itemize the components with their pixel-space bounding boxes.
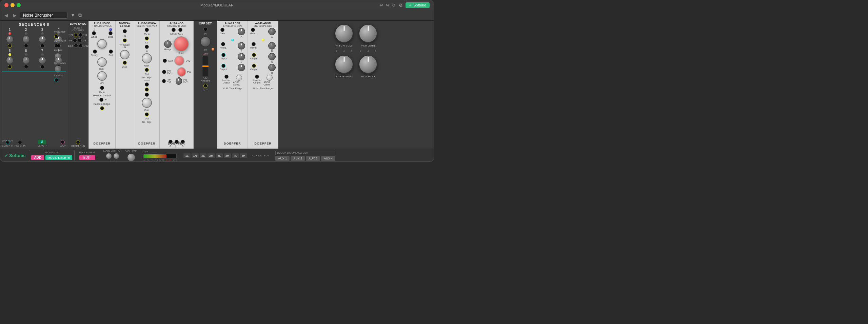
- a140-1-adsr-knob[interactable]: [236, 75, 242, 81]
- a140-2-output-2[interactable]: [252, 64, 256, 68]
- step-2-knob[interactable]: [22, 36, 30, 43]
- a140-2-output-1[interactable]: [252, 53, 256, 57]
- pw-knob[interactable]: [177, 67, 186, 77]
- pw-cv1-jack[interactable]: [162, 70, 166, 74]
- rate-1-8t-jack[interactable]: [78, 38, 82, 42]
- sync-jack[interactable]: [172, 28, 176, 32]
- step-5-knob[interactable]: [6, 57, 14, 64]
- rate-1-4-jack[interactable]: [79, 33, 83, 37]
- pitch-mod-knob[interactable]: [335, 55, 353, 74]
- pitch-vco-knob[interactable]: [335, 24, 353, 43]
- rate-1-1-jack[interactable]: [74, 33, 78, 37]
- minus-btn[interactable]: -: [97, 98, 98, 101]
- rc-jack[interactable]: [99, 98, 103, 102]
- a118-rate-knob[interactable]: [97, 57, 107, 67]
- a118-knob-1[interactable]: [97, 39, 107, 49]
- quantize-knob[interactable]: [54, 65, 62, 73]
- a132-in-1[interactable]: [145, 45, 149, 49]
- a132-cv-2[interactable]: [145, 88, 149, 92]
- step-1-jack[interactable]: [8, 44, 12, 48]
- move-delete-button[interactable]: MOVE/ DELETE: [45, 155, 72, 160]
- ch-2L[interactable]: 2L: [200, 153, 206, 158]
- a110-main-knob[interactable]: [174, 36, 189, 52]
- pw-cv2-jack[interactable]: [162, 79, 166, 83]
- rate-1-16-jack[interactable]: [74, 44, 78, 48]
- aux-1-button[interactable]: AUX 1: [275, 156, 290, 161]
- offset-slider[interactable]: [202, 56, 209, 76]
- close-button[interactable]: [4, 3, 8, 7]
- sh-knob[interactable]: [120, 50, 130, 59]
- preset-dropdown[interactable]: ▼: [70, 13, 76, 18]
- redo-icon[interactable]: ↪: [386, 3, 390, 8]
- ch-1L[interactable]: 1L: [183, 153, 190, 158]
- a140-1-output-1[interactable]: [221, 53, 225, 57]
- sh-trig-jack[interactable]: [123, 38, 127, 42]
- a140-1-inv-out[interactable]: [224, 75, 229, 79]
- ch-4L[interactable]: 4L: [232, 153, 239, 158]
- ch-1R[interactable]: 1R: [192, 153, 199, 158]
- a140-2-s-knob[interactable]: [268, 53, 276, 60]
- pw-cv2-knob[interactable]: [176, 77, 182, 85]
- step-3-jack[interactable]: [40, 44, 44, 48]
- offset-out-jack[interactable]: [203, 84, 208, 88]
- sh-in-jack[interactable]: [123, 29, 127, 33]
- a140-2-gate[interactable]: [251, 28, 255, 32]
- step-3-knob[interactable]: [39, 36, 46, 43]
- a132-out-2[interactable]: [145, 112, 149, 116]
- a132-out-1[interactable]: [145, 68, 149, 72]
- cv1-jack[interactable]: [178, 28, 182, 32]
- a140-1-d-knob[interactable]: [238, 42, 245, 50]
- softube-button[interactable]: ✓ Softube: [406, 2, 430, 8]
- refresh-icon[interactable]: ⟳: [392, 3, 396, 8]
- a132-cv-in-1[interactable]: [145, 28, 149, 32]
- a140-1-r-knob[interactable]: [238, 64, 245, 71]
- ch-3L[interactable]: 3L: [216, 153, 223, 158]
- a132-in-2[interactable]: [145, 93, 149, 97]
- ch-4R[interactable]: 4R: [240, 153, 247, 158]
- step-7-knob[interactable]: [39, 57, 46, 64]
- vca-gain-knob[interactable]: [359, 24, 377, 43]
- a132-gain-knob-2[interactable]: [142, 98, 152, 108]
- sh-out-jack[interactable]: [123, 61, 127, 65]
- a140-2-a-knob[interactable]: [268, 28, 276, 35]
- nav-forward[interactable]: ▶: [12, 12, 18, 19]
- plus-btn[interactable]: +: [105, 98, 106, 101]
- aux-2-button[interactable]: AUX 2: [291, 156, 305, 161]
- offset-in-jack[interactable]: [203, 27, 208, 31]
- reset-run-jack[interactable]: [76, 140, 80, 144]
- minimize-button[interactable]: [11, 3, 15, 7]
- random-output-jack[interactable]: [100, 106, 104, 110]
- settings-icon[interactable]: ⚙: [399, 3, 403, 8]
- gate-out-jack[interactable]: [54, 44, 58, 48]
- a140-1-output-2[interactable]: [221, 64, 225, 68]
- rate-1-32-jack[interactable]: [79, 44, 83, 48]
- ch-3R[interactable]: 3R: [224, 153, 231, 158]
- a140-1-s-knob[interactable]: [238, 53, 245, 60]
- cv-in-jack[interactable]: [100, 86, 104, 90]
- step-6-jack[interactable]: [24, 65, 28, 69]
- step-5-jack[interactable]: [8, 65, 12, 69]
- colored-jack[interactable]: [93, 50, 97, 54]
- a132-cv-in-2[interactable]: [145, 82, 149, 87]
- cv-out-jack[interactable]: [54, 78, 58, 82]
- blue-jack[interactable]: [108, 31, 113, 35]
- range-knob-vco[interactable]: [164, 40, 172, 48]
- offset-knob[interactable]: [200, 36, 211, 47]
- red-jack[interactable]: [109, 50, 113, 54]
- aux-4-button[interactable]: AUX 4: [321, 156, 335, 161]
- ch-2R[interactable]: 2R: [208, 153, 215, 158]
- maximize-button[interactable]: [17, 3, 21, 7]
- a110-cv2-knob[interactable]: [174, 56, 184, 66]
- a140-2-d-knob[interactable]: [268, 42, 276, 50]
- step-2-jack[interactable]: [24, 44, 28, 48]
- a140-2-adsr-knob[interactable]: [267, 75, 273, 81]
- step-7-jack[interactable]: [40, 65, 44, 69]
- add-button[interactable]: ADD: [31, 155, 44, 160]
- a132-cv-1[interactable]: [145, 36, 149, 40]
- a140-1-a-knob[interactable]: [238, 28, 245, 35]
- R-knob[interactable]: [113, 153, 119, 159]
- trig-out-jack[interactable]: [54, 35, 58, 39]
- length-display[interactable]: 8: [38, 140, 46, 144]
- undo-icon[interactable]: ↩: [379, 3, 383, 8]
- L-knob[interactable]: [106, 153, 112, 159]
